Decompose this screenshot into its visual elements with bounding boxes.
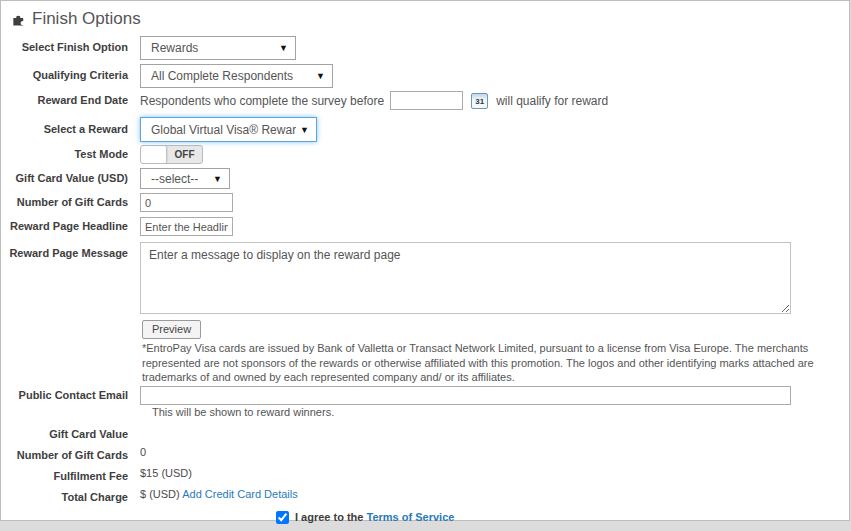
summary-number-of-gift-cards-label: Number of Gift Cards <box>9 445 140 462</box>
gift-card-value-select[interactable]: --select-- ▼ <box>140 168 230 189</box>
reward-page-message-textarea[interactable] <box>140 242 791 314</box>
finish-options-panel: Finish Options Select Finish Option Rewa… <box>0 0 850 521</box>
agree-checkbox[interactable] <box>276 511 289 524</box>
reward-end-date-prefix: Respondents who complete the survey befo… <box>140 94 384 108</box>
reward-end-date-suffix: will qualify for reward <box>496 94 608 108</box>
gift-card-value-selected: --select-- <box>151 172 198 186</box>
caret-down-icon: ▼ <box>213 174 222 184</box>
number-of-gift-cards-input[interactable] <box>140 193 233 212</box>
test-mode-toggle[interactable]: OFF <box>140 145 203 164</box>
agree-text: I agree to the Terms of Service <box>295 511 454 523</box>
finish-option-label: Select Finish Option <box>9 41 140 54</box>
reward-end-date-label: Reward End Date <box>9 94 140 107</box>
qualifying-criteria-value: All Complete Respondents <box>151 69 293 83</box>
row-number-of-gift-cards: Number of Gift Cards <box>9 193 849 212</box>
finish-option-value: Rewards <box>151 41 198 55</box>
agree-row: I agree to the Terms of Service <box>276 511 849 524</box>
row-qualifying-criteria: Qualifying Criteria All Complete Respond… <box>9 64 849 88</box>
preview-button[interactable]: Preview <box>142 320 201 339</box>
select-reward-label: Select a Reward <box>9 123 140 136</box>
summary-row-fulfilment-fee: Fulfilment Fee $15 (USD) <box>9 466 849 487</box>
terms-of-service-link[interactable]: Terms of Service <box>367 511 455 523</box>
reward-page-headline-input[interactable] <box>140 217 233 236</box>
summary-row-number-of-gift-cards: Number of Gift Cards 0 <box>9 445 849 466</box>
row-test-mode: Test Mode OFF <box>9 145 849 164</box>
row-reward-page-headline: Reward Page Headline <box>9 217 849 236</box>
reward-end-date-input[interactable] <box>390 91 463 110</box>
toggle-state-label: OFF <box>167 146 202 163</box>
summary-row-gift-card-value: Gift Card Value <box>9 424 849 445</box>
row-reward-page-message: Reward Page Message <box>9 242 849 314</box>
summary-gift-card-value-label: Gift Card Value <box>9 424 140 441</box>
summary-total-charge: $ (USD) Add Credit Card Details <box>140 487 298 500</box>
reward-page-headline-label: Reward Page Headline <box>9 220 140 233</box>
row-public-contact-email: Public Contact Email <box>9 386 849 405</box>
gift-card-value-label: Gift Card Value (USD) <box>9 172 140 185</box>
row-gift-card-value: Gift Card Value (USD) --select-- ▼ <box>9 168 849 189</box>
public-contact-email-label: Public Contact Email <box>9 389 140 402</box>
summary-row-total-charge: Total Charge $ (USD) Add Credit Card Det… <box>9 487 849 508</box>
summary-total-charge-value: $ (USD) <box>140 488 180 500</box>
caret-down-icon: ▼ <box>300 125 309 135</box>
summary-number-of-gift-cards: 0 <box>140 445 146 458</box>
page-title: Finish Options <box>32 9 141 29</box>
summary-fulfilment-fee: $15 (USD) <box>140 466 192 479</box>
caret-down-icon: ▼ <box>279 43 288 53</box>
summary-total-charge-label: Total Charge <box>9 487 140 504</box>
row-reward-end-date: Reward End Date Respondents who complete… <box>9 91 849 110</box>
public-contact-email-input[interactable] <box>140 386 791 405</box>
test-mode-label: Test Mode <box>9 148 140 161</box>
qualifying-criteria-select[interactable]: All Complete Respondents ▼ <box>140 64 333 88</box>
row-finish-option: Select Finish Option Rewards ▼ <box>9 36 849 60</box>
qualifying-criteria-label: Qualifying Criteria <box>9 69 140 82</box>
puzzle-icon <box>11 12 26 27</box>
row-select-reward: Select a Reward Global Virtual Visa® Rew… <box>9 117 849 142</box>
agree-text-prefix: I agree to the <box>295 511 363 523</box>
toggle-knob <box>141 146 167 163</box>
calendar-icon[interactable]: 31 <box>471 93 488 109</box>
select-reward-value: Global Virtual Visa® Reward <box>151 123 296 137</box>
select-reward-select[interactable]: Global Virtual Visa® Reward ▼ <box>140 117 317 142</box>
number-of-gift-cards-label: Number of Gift Cards <box>9 196 140 209</box>
finish-option-select[interactable]: Rewards ▼ <box>140 36 296 60</box>
reward-page-message-label: Reward Page Message <box>9 242 140 260</box>
disclaimer-text: *EntroPay Visa cards are issued by Bank … <box>142 341 851 385</box>
public-contact-email-help: This will be shown to reward winners. <box>152 406 849 418</box>
caret-down-icon: ▼ <box>316 71 325 81</box>
panel-header: Finish Options <box>9 9 849 29</box>
summary-fulfilment-fee-label: Fulfilment Fee <box>9 466 140 483</box>
add-credit-card-details-link[interactable]: Add Credit Card Details <box>182 488 298 500</box>
